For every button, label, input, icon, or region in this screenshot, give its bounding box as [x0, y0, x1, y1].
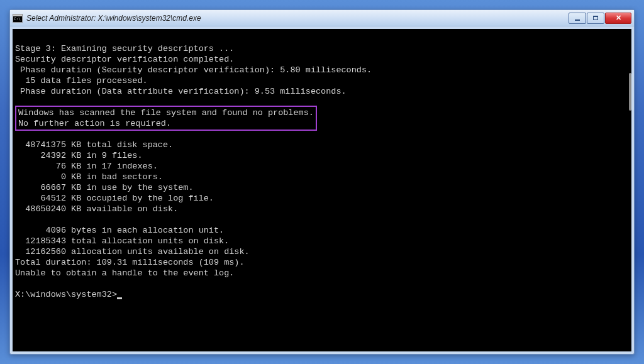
output-line: 0 KB in bad sectors. — [15, 172, 163, 182]
output-line: 4096 bytes in each allocation unit. — [15, 226, 224, 235]
output-line: Phase duration (Security descriptor veri… — [15, 65, 372, 75]
output-line: 76 KB in 17 indexes. — [15, 162, 158, 171]
close-button[interactable]: ✕ — [605, 13, 631, 24]
output-line: 12162560 allocation units available on d… — [15, 247, 250, 256]
console-output[interactable]: Stage 3: Examining security descriptors … — [13, 29, 631, 351]
output-line: Total duration: 109.31 milliseconds (109… — [15, 258, 245, 267]
output-line: 24392 KB in 9 files. — [15, 151, 143, 160]
output-line: Stage 3: Examining security descriptors … — [15, 44, 234, 53]
cursor — [117, 297, 122, 299]
titlebar[interactable]: Select Administrator: X:\windows\system3… — [10, 10, 634, 26]
output-line: 66667 KB in use by the system. — [15, 183, 194, 192]
highlighted-result-box: Windows has scanned the file system and … — [15, 106, 317, 131]
window-title: Select Administrator: X:\windows\system3… — [26, 14, 569, 23]
output-line: 48650240 KB available on disk. — [15, 204, 178, 214]
output-line: No further action is required. — [18, 119, 171, 128]
cmd-icon — [13, 14, 23, 23]
maximize-button[interactable] — [587, 13, 604, 24]
output-line: Phase duration (Data attribute verificat… — [15, 87, 347, 96]
window-controls: ✕ — [569, 13, 631, 24]
output-line: 48741375 KB total disk space. — [15, 140, 173, 150]
scrollbar[interactable] — [629, 73, 631, 111]
output-line: Security descriptor verification complet… — [15, 55, 234, 64]
output-line: 64512 KB occupied by the log file. — [15, 194, 214, 203]
cmd-window: Select Administrator: X:\windows\system3… — [9, 9, 635, 355]
output-line: Windows has scanned the file system and … — [18, 108, 314, 118]
output-line: 15 data files processed. — [15, 76, 148, 85]
prompt: X:\windows\system32> — [15, 290, 117, 299]
output-line: Unable to obtain a handle to the event l… — [15, 268, 234, 278]
minimize-button[interactable] — [569, 13, 586, 24]
output-line: 12185343 total allocation units on disk. — [15, 236, 229, 246]
